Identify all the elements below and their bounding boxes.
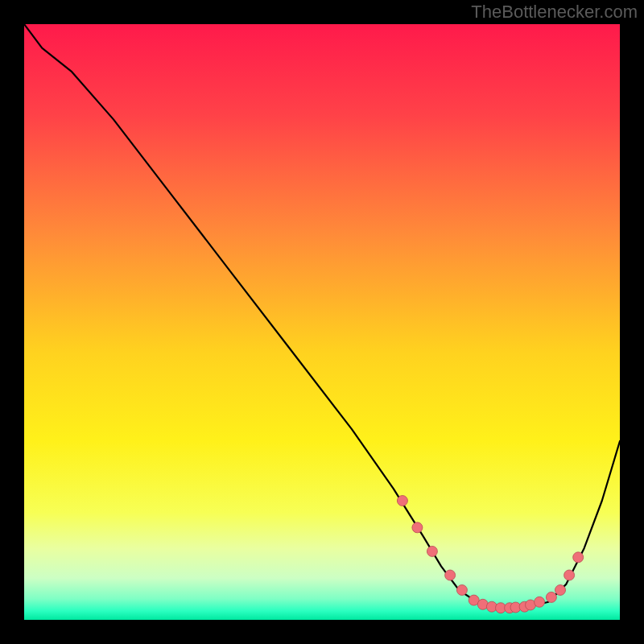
watermark-text: TheBottlenecker.com	[471, 2, 638, 23]
curve-marker	[535, 597, 545, 607]
bottleneck-chart	[24, 24, 620, 620]
curve-marker	[555, 585, 566, 596]
curve-marker	[397, 496, 407, 506]
curve-marker	[546, 592, 556, 602]
chart-frame: { "watermark": "TheBottlenecker.com", "c…	[0, 0, 644, 644]
curve-marker	[573, 552, 584, 563]
curve-marker	[412, 522, 423, 533]
curve-marker	[427, 546, 437, 556]
curve-marker	[456, 585, 467, 596]
gradient-background	[24, 24, 620, 620]
curve-marker	[445, 570, 456, 580]
curve-marker	[564, 570, 575, 580]
